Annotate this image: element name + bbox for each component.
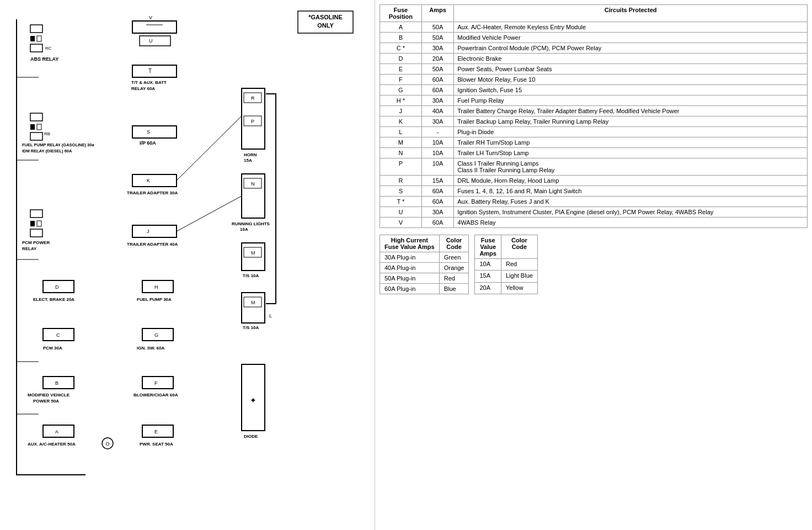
small-fuse-amps: 10A bbox=[475, 259, 501, 271]
svg-text:C: C bbox=[56, 332, 60, 338]
circuit-description: Fuses 1, 4, 8, 12, 16 and R, Main Light … bbox=[454, 186, 808, 197]
table-row: J40ATrailer Battery Charge Relay, Traile… bbox=[380, 106, 808, 116]
table-row: L-Plug-in Diode bbox=[380, 127, 808, 137]
svg-rect-0 bbox=[6, 6, 370, 524]
svg-text:RELAY 60A: RELAY 60A bbox=[131, 86, 155, 91]
svg-text:RELAY: RELAY bbox=[22, 246, 37, 251]
svg-text:RUNNING LIGHTS: RUNNING LIGHTS bbox=[232, 221, 270, 226]
svg-rect-27 bbox=[132, 126, 177, 138]
col-header-position: FusePosition bbox=[380, 5, 422, 22]
fuse-position: E bbox=[380, 64, 422, 75]
svg-text:15A: 15A bbox=[244, 158, 252, 163]
svg-text:I/P 60A: I/P 60A bbox=[140, 140, 156, 146]
svg-text:TRAILER ADAPTER 30A: TRAILER ADAPTER 30A bbox=[127, 190, 178, 195]
svg-rect-7 bbox=[30, 44, 42, 52]
table-row: B50AModified Vehicle Power bbox=[380, 33, 808, 43]
svg-rect-4 bbox=[30, 25, 42, 33]
fuse-value-header: FuseValueAmps bbox=[475, 235, 501, 259]
circuit-description: Ignition Switch, Fuse 15 bbox=[454, 85, 808, 96]
svg-text:ABS RELAY: ABS RELAY bbox=[30, 56, 58, 62]
svg-text:T/S 10A: T/S 10A bbox=[243, 325, 259, 330]
fuse-amps: 50A bbox=[421, 64, 454, 75]
table-row: A50AAux. A/C-Heater, Remote Keyless Entr… bbox=[380, 22, 808, 33]
circuit-description: Power Seats, Power Lumbar Seats bbox=[454, 64, 808, 75]
fuse-amps: - bbox=[421, 127, 454, 137]
svg-rect-23 bbox=[30, 132, 42, 140]
svg-text:E: E bbox=[154, 429, 158, 434]
fuse-amps: 30A bbox=[421, 116, 454, 127]
col-header-amps: Amps bbox=[421, 5, 454, 22]
fuse-position: T * bbox=[380, 197, 422, 207]
fuse-position: K bbox=[380, 116, 422, 127]
svg-text:F: F bbox=[154, 380, 158, 386]
circuit-description: Aux. A/C-Heater, Remote Keyless Entry Mo… bbox=[454, 22, 808, 33]
table-row: S60AFuses 1, 4, 8, 12, 16 and R, Main Li… bbox=[380, 186, 808, 197]
svg-text:N: N bbox=[251, 181, 255, 187]
svg-text:TRAILER ADAPTER 40A: TRAILER ADAPTER 40A bbox=[127, 242, 178, 247]
circuit-description: Trailer Battery Charge Relay, Trailer Ad… bbox=[454, 106, 808, 116]
fuse-position: V bbox=[380, 218, 422, 228]
table-row: H *30AFuel Pump Relay bbox=[380, 96, 808, 106]
svg-rect-36 bbox=[132, 174, 177, 187]
svg-text:O: O bbox=[105, 441, 109, 447]
fuse-position: S bbox=[380, 186, 422, 197]
svg-text:ONLY: ONLY bbox=[317, 22, 334, 29]
fuse-position: M bbox=[380, 137, 422, 148]
svg-rect-33 bbox=[30, 229, 42, 237]
high-current-amps: 60A Plug-in bbox=[380, 284, 440, 294]
svg-text:J: J bbox=[147, 229, 149, 234]
high-current-amps: 40A Plug-in bbox=[380, 263, 440, 273]
fuse-position: J bbox=[380, 106, 422, 116]
svg-text:T/S 10A: T/S 10A bbox=[243, 273, 259, 278]
fuse-amps: 40A bbox=[421, 106, 454, 116]
fuse-amps: 60A bbox=[421, 186, 454, 197]
svg-text:IGN. SW. 60A: IGN. SW. 60A bbox=[137, 346, 164, 351]
small-fuse-table: FuseValueAmps ColorCode 10ARed15ALight B… bbox=[474, 235, 538, 294]
circuit-description: Fuel Pump Relay bbox=[454, 96, 808, 106]
circuit-description: Plug-in Diode bbox=[454, 127, 808, 137]
fuse-reference-table: FusePosition Amps Circuits Protected A50… bbox=[380, 4, 808, 228]
svg-text:DIODE: DIODE bbox=[244, 434, 258, 439]
small-fuse-row: 15ALight Blue bbox=[475, 271, 538, 282]
fuse-amps: 60A bbox=[421, 197, 454, 207]
svg-text:RB: RB bbox=[44, 131, 50, 136]
high-current-color: Orange bbox=[439, 263, 469, 273]
fuse-position: N bbox=[380, 148, 422, 158]
circuit-description: Trailer RH Turn/Stop Lamp bbox=[454, 137, 808, 148]
svg-text:A: A bbox=[55, 429, 58, 434]
svg-text:T: T bbox=[148, 68, 152, 74]
fuse-position: D bbox=[380, 54, 422, 64]
svg-rect-58 bbox=[142, 377, 173, 389]
fuse-amps: 60A bbox=[421, 218, 454, 228]
fuse-amps: 30A bbox=[421, 207, 454, 218]
fuse-amps: 50A bbox=[421, 22, 454, 33]
table-row: D20AElectronic Brake bbox=[380, 54, 808, 64]
small-fuse-color: Red bbox=[501, 259, 537, 271]
circuit-description: Trailer Backup Lamp Relay, Trailer Runni… bbox=[454, 116, 808, 127]
svg-text:ELECT. BRAKE 20A: ELECT. BRAKE 20A bbox=[33, 297, 74, 302]
table-row: N10ATrailer LH Turn/Stop Lamp bbox=[380, 148, 808, 158]
high-current-table: High CurrentFuse Value Amps ColorCode 30… bbox=[380, 235, 469, 294]
circuit-description: Modified Vehicle Power bbox=[454, 33, 808, 43]
svg-rect-16 bbox=[132, 65, 177, 77]
svg-text:HORN: HORN bbox=[244, 152, 257, 157]
high-current-row: 60A Plug-inBlue bbox=[380, 284, 469, 294]
svg-rect-31 bbox=[30, 221, 35, 226]
svg-text:U: U bbox=[149, 38, 153, 44]
high-current-amps: 50A Plug-in bbox=[380, 273, 440, 284]
circuit-description: 4WABS Relay bbox=[454, 218, 808, 228]
fuse-amps: 10A bbox=[421, 148, 454, 158]
fuse-position: P bbox=[380, 158, 422, 176]
table-row: F60ABlower Motor Relay, Fuse 10 bbox=[380, 75, 808, 85]
fuse-box-diagram: *GASOLINE ONLY ABS RELAY RC V ABS 60A U bbox=[6, 6, 370, 524]
svg-text:AUX. A/C-HEATER 50A: AUX. A/C-HEATER 50A bbox=[28, 442, 76, 447]
fuse-position: L bbox=[380, 127, 422, 137]
fuse-position: U bbox=[380, 207, 422, 218]
fuse-table-panel: FusePosition Amps Circuits Protected A50… bbox=[375, 0, 812, 530]
svg-rect-21 bbox=[30, 124, 35, 130]
table-row: K30ATrailer Backup Lamp Relay, Trailer R… bbox=[380, 116, 808, 127]
fuse-amps: 10A bbox=[421, 158, 454, 176]
color-code-tables: High CurrentFuse Value Amps ColorCode 30… bbox=[380, 235, 808, 294]
small-fuse-color: Light Blue bbox=[501, 271, 537, 282]
svg-text:K: K bbox=[147, 178, 150, 183]
